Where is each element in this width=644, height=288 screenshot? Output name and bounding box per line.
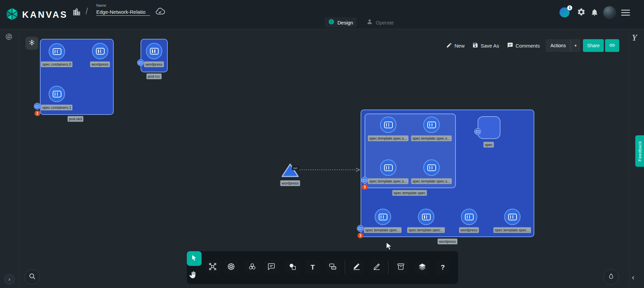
pen-tool[interactable] [369, 260, 384, 275]
text-tool[interactable]: T [305, 260, 320, 275]
node-label: wordpress [90, 62, 110, 67]
save-as-label: Save As [481, 43, 499, 49]
menu-button[interactable] [621, 9, 630, 16]
right-rail-divider [629, 29, 630, 288]
collapse-badge[interactable] [137, 59, 144, 66]
draw-tool[interactable] [349, 260, 364, 275]
flowchart-rect-icon [329, 263, 337, 272]
select-tool[interactable] [187, 251, 202, 266]
container-icon [96, 48, 105, 55]
operate-tab-icon [366, 18, 373, 26]
actions-button[interactable]: Actions ▾ [546, 39, 580, 52]
save-icon [472, 42, 478, 49]
node-label: wordpress [459, 227, 479, 233]
container-icon [379, 214, 387, 220]
service-node[interactable] [281, 162, 299, 179]
error-count-badge[interactable]: 3 [358, 233, 363, 238]
kubernetes-tool[interactable] [224, 260, 238, 275]
collapse-badge[interactable] [474, 128, 481, 135]
layer5-logo-mark: Y [632, 33, 637, 43]
spec-node[interactable] [478, 116, 500, 139]
tab-operate[interactable]: Operate [363, 17, 397, 27]
error-count-badge[interactable]: 2 [35, 111, 40, 116]
zoom-search-button[interactable] [24, 269, 40, 285]
container-icon [465, 214, 474, 220]
comments-button[interactable]: Comments [507, 42, 540, 49]
container-mini-icon [363, 179, 367, 182]
layers-tool[interactable] [415, 260, 430, 275]
container-node[interactable] [49, 43, 65, 60]
components-tool[interactable] [205, 260, 220, 275]
node-label: spec.template.spec... [364, 227, 401, 233]
org-switcher-button[interactable]: 1 [559, 7, 570, 18]
user-avatar[interactable] [603, 6, 616, 19]
pen-icon [373, 263, 381, 272]
share-button[interactable]: Share [583, 39, 604, 52]
widgets-tool[interactable] [285, 260, 300, 275]
container-node[interactable] [375, 209, 391, 225]
design-tab-label: Design [337, 20, 353, 25]
feedback-tab[interactable]: Feedback [635, 135, 644, 167]
container-node[interactable] [504, 209, 521, 225]
rectangle-tool[interactable] [325, 260, 340, 275]
container-node[interactable] [49, 86, 65, 102]
node-label: spec.template.spec.s... [411, 178, 452, 184]
container-node[interactable] [380, 159, 396, 176]
node-label: spec.template.spec.s... [368, 136, 409, 141]
notifications-button[interactable] [590, 8, 599, 16]
help-tool[interactable]: ? [435, 260, 450, 275]
container-icon [508, 214, 517, 220]
collapse-badge[interactable] [357, 225, 364, 232]
layers-icon [418, 263, 426, 272]
error-count-badge[interactable]: 3 [362, 184, 368, 190]
expand-left-panel-button[interactable]: › [4, 274, 15, 285]
theme-ink-button[interactable] [603, 269, 619, 285]
collapse-badge[interactable] [34, 103, 41, 110]
design-tab-icon [328, 18, 335, 26]
cluster-wheel-icon[interactable] [5, 33, 13, 42]
shapes-cluster-icon [248, 263, 256, 272]
container-node[interactable] [418, 209, 434, 225]
tab-design[interactable]: Design [325, 17, 357, 27]
container-icon [150, 48, 159, 55]
container-node[interactable] [423, 117, 440, 133]
cloud-sync-icon[interactable] [155, 7, 165, 17]
container-mini-icon [139, 61, 143, 64]
container-mini-icon [358, 227, 362, 230]
design-name-field: Name [96, 3, 150, 16]
collapse-right-panel-button[interactable]: ‹ [632, 273, 634, 282]
design-canvas[interactable]: spec.containers.0 wordpress spec.contain… [0, 29, 644, 288]
node-label: wordpress [280, 181, 300, 186]
collapse-badge[interactable] [361, 177, 368, 184]
pan-tool[interactable] [189, 271, 198, 281]
container-node[interactable] [92, 43, 108, 59]
breadcrumb: / [86, 6, 88, 16]
group-spec-template-spec[interactable] [365, 114, 456, 188]
text-tool-glyph: T [311, 264, 315, 271]
mouse-cursor [386, 242, 393, 252]
design-name-input[interactable] [96, 8, 150, 16]
save-as-button[interactable]: Save As [472, 42, 499, 49]
brand-logo[interactable]: KANVAS [5, 7, 68, 22]
comment-bubble-icon [267, 263, 275, 272]
copy-link-button[interactable] [605, 39, 619, 52]
arrange-snowflake-button[interactable] [25, 37, 38, 50]
container-node[interactable] [380, 117, 396, 133]
container-node[interactable] [423, 159, 440, 176]
ink-drop-icon [608, 273, 614, 281]
settings-button[interactable] [577, 8, 586, 16]
drawer-tool[interactable] [393, 260, 408, 275]
dock-divider [388, 260, 388, 275]
chevron-right-icon: › [8, 276, 10, 282]
container-node[interactable] [461, 209, 477, 225]
container-mini-icon [476, 130, 480, 133]
service-triangle-icon [281, 162, 299, 178]
shapes-tool[interactable] [245, 260, 260, 275]
new-button[interactable]: New [446, 42, 465, 49]
chevron-down-icon[interactable]: ▾ [571, 43, 580, 48]
comment-tool[interactable] [264, 260, 279, 275]
pencil-draw-icon [353, 263, 361, 272]
comments-label: Comments [516, 43, 540, 49]
organization-icon[interactable] [72, 7, 81, 16]
container-node[interactable] [146, 43, 162, 59]
